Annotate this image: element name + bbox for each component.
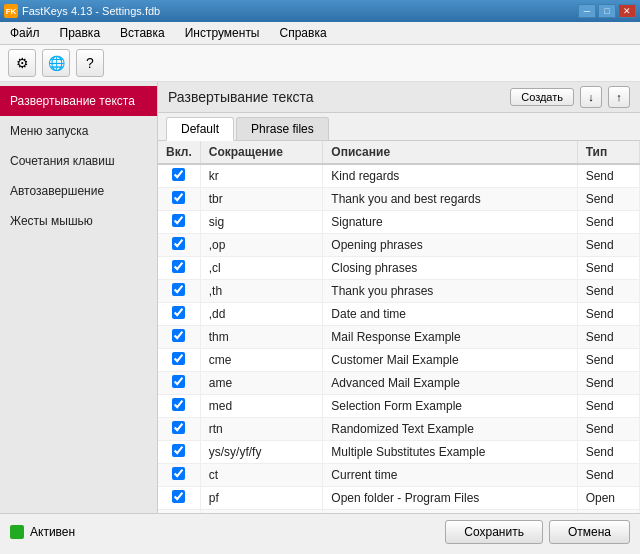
row-enabled-checkbox[interactable] [172,467,185,480]
row-description: Advanced Mail Example [323,372,577,395]
save-button[interactable]: Сохранить [445,520,543,544]
row-description: Multiple Substitutes Example [323,441,577,464]
move-down-button[interactable]: ↓ [580,86,602,108]
row-enabled-checkbox[interactable] [172,283,185,296]
table-row[interactable]: sigSignatureSend [158,211,640,234]
table-area: Вкл. Сокращение Описание Тип krKind rega… [158,141,640,513]
sidebar-item-launch-menu[interactable]: Меню запуска [0,116,157,146]
status-bar: Активен Сохранить Отмена [0,513,640,549]
table-row[interactable]: ,thThank you phrasesSend [158,280,640,303]
row-abbreviation: ,cl [200,257,323,280]
row-enabled-checkbox[interactable] [172,352,185,365]
row-abbreviation: rtn [200,418,323,441]
row-abbreviation: sig [200,211,323,234]
row-enabled-checkbox[interactable] [172,237,185,250]
active-indicator [10,525,24,539]
sidebar-item-autocomplete[interactable]: Автозавершение [0,176,157,206]
row-checkbox-cell [158,257,200,280]
row-checkbox-cell [158,164,200,188]
table-row[interactable]: cccCalculatorRun [158,510,640,514]
table-row[interactable]: ys/sy/yf/fyMultiple Substitutes ExampleS… [158,441,640,464]
row-type: Send [577,234,639,257]
tab-bar: Default Phrase files [158,113,640,141]
row-abbreviation: ct [200,464,323,487]
phrases-table: Вкл. Сокращение Описание Тип krKind rega… [158,141,640,513]
row-description: Thank you phrases [323,280,577,303]
row-description: Selection Form Example [323,395,577,418]
row-type: Run [577,510,639,514]
cancel-button[interactable]: Отмена [549,520,630,544]
row-type: Send [577,257,639,280]
row-enabled-checkbox[interactable] [172,191,185,204]
row-type: Send [577,464,639,487]
help-button[interactable]: ? [76,49,104,77]
table-row[interactable]: rtnRandomized Text ExampleSend [158,418,640,441]
row-enabled-checkbox[interactable] [172,306,185,319]
col-header-type: Тип [577,141,639,164]
row-checkbox-cell [158,464,200,487]
maximize-button[interactable]: □ [598,4,616,18]
row-enabled-checkbox[interactable] [172,375,185,388]
row-checkbox-cell [158,234,200,257]
table-row[interactable]: ctCurrent timeSend [158,464,640,487]
table-row[interactable]: krKind regardsSend [158,164,640,188]
row-enabled-checkbox[interactable] [172,329,185,342]
row-enabled-checkbox[interactable] [172,444,185,457]
row-type: Send [577,326,639,349]
menu-help[interactable]: Справка [274,24,333,42]
row-enabled-checkbox[interactable] [172,260,185,273]
row-enabled-checkbox[interactable] [172,421,185,434]
content-header: Развертывание текста Создать ↓ ↑ [158,82,640,113]
tab-phrase-files[interactable]: Phrase files [236,117,329,140]
sidebar-item-hotkeys[interactable]: Сочетания клавиш [0,146,157,176]
menu-edit[interactable]: Правка [54,24,107,42]
create-button[interactable]: Создать [510,88,574,106]
row-type: Send [577,418,639,441]
row-abbreviation: thm [200,326,323,349]
settings-button[interactable]: ⚙ [8,49,36,77]
header-actions: Создать ↓ ↑ [510,86,630,108]
table-row[interactable]: pfOpen folder - Program FilesOpen [158,487,640,510]
row-description: Closing phrases [323,257,577,280]
row-type: Send [577,372,639,395]
table-row[interactable]: cmeCustomer Mail ExampleSend [158,349,640,372]
app-icon: FK [4,4,18,18]
move-up-button[interactable]: ↑ [608,86,630,108]
row-checkbox-cell [158,395,200,418]
close-button[interactable]: ✕ [618,4,636,18]
row-enabled-checkbox[interactable] [172,398,185,411]
row-description: Open folder - Program Files [323,487,577,510]
title-bar-text: FastKeys 4.13 - Settings.fdb [22,5,160,17]
table-row[interactable]: thmMail Response ExampleSend [158,326,640,349]
row-type: Send [577,303,639,326]
table-row[interactable]: medSelection Form ExampleSend [158,395,640,418]
row-enabled-checkbox[interactable] [172,214,185,227]
row-checkbox-cell [158,211,200,234]
row-enabled-checkbox[interactable] [172,490,185,503]
row-enabled-checkbox[interactable] [172,168,185,181]
row-abbreviation: kr [200,164,323,188]
row-checkbox-cell [158,349,200,372]
globe-button[interactable]: 🌐 [42,49,70,77]
row-checkbox-cell [158,188,200,211]
row-checkbox-cell [158,418,200,441]
menu-file[interactable]: Файл [4,24,46,42]
sidebar-item-mouse-gestures[interactable]: Жесты мышью [0,206,157,236]
table-row[interactable]: ,opOpening phrasesSend [158,234,640,257]
row-checkbox-cell [158,487,200,510]
row-type: Send [577,280,639,303]
table-row[interactable]: tbrThank you and best regardsSend [158,188,640,211]
table-row[interactable]: ,ddDate and timeSend [158,303,640,326]
tab-default[interactable]: Default [166,117,234,141]
menu-tools[interactable]: Инструменты [179,24,266,42]
row-description: Current time [323,464,577,487]
table-row[interactable]: ,clClosing phrasesSend [158,257,640,280]
row-abbreviation: tbr [200,188,323,211]
menu-insert[interactable]: Вставка [114,24,171,42]
sidebar-item-text-expansion[interactable]: Развертывание текста [0,86,157,116]
minimize-button[interactable]: ─ [578,4,596,18]
row-abbreviation: ,dd [200,303,323,326]
row-description: Customer Mail Example [323,349,577,372]
table-row[interactable]: ameAdvanced Mail ExampleSend [158,372,640,395]
row-type: Send [577,395,639,418]
